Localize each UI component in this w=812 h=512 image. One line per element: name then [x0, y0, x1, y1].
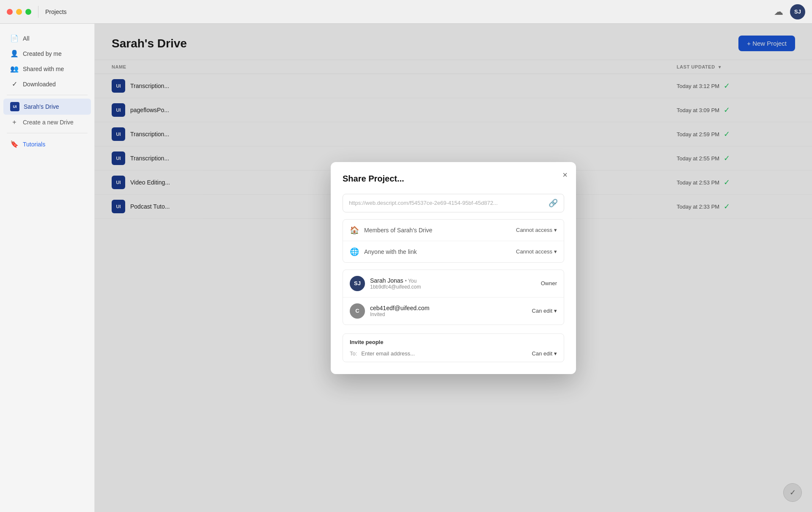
member-name-ceb: ceb41edf@uifeed.com [370, 305, 527, 311]
sidebar-item-created-by-me-label: Created by me [23, 50, 62, 57]
members-label: Members of Sarah's Drive [364, 227, 511, 234]
anyone-access-value: Cannot access [516, 248, 552, 255]
sidebar-divider-2 [7, 133, 88, 133]
titlebar-right: ☁ SJ [774, 4, 805, 19]
downloaded-icon: ✓ [10, 80, 19, 88]
close-button[interactable] [7, 9, 13, 15]
members-access-value: Cannot access [516, 227, 552, 233]
members-access-chevron: ▾ [554, 227, 557, 233]
member-email-sarah: 1bb9dfc4@uifeed.com [370, 284, 536, 290]
member-avatar-sarah: SJ [350, 276, 365, 291]
modal-title: Share Project... [343, 174, 564, 184]
anyone-label: Anyone with the link [364, 248, 511, 255]
modal-close-button[interactable]: × [562, 171, 568, 179]
sidebar-item-created-by-me[interactable]: 👤 Created by me [3, 46, 91, 61]
member-row-ceb: C ceb41edf@uifeed.com Invited Can edit ▾ [343, 297, 564, 325]
invite-section: Invite people To: Can edit ▾ [343, 333, 564, 362]
sidebar-item-tutorials-label: Tutorials [23, 141, 45, 148]
member-email-ceb: Invited [370, 311, 527, 317]
member-info-ceb: ceb41edf@uifeed.com Invited [370, 305, 527, 317]
copy-link-icon[interactable]: 🔗 [549, 198, 558, 208]
anyone-icon: 🌐 [350, 247, 359, 256]
create-drive-icon: + [10, 118, 19, 126]
access-section: 🏠 Members of Sarah's Drive Cannot access… [343, 219, 564, 263]
member-sub-sarah: • You [405, 278, 417, 284]
avatar[interactable]: SJ [790, 4, 805, 19]
invite-permission-chevron: ▾ [554, 350, 557, 357]
link-row: https://web.descript.com/f54537ce-2e69-4… [343, 194, 564, 212]
sidebar-item-sarahs-drive[interactable]: UI Sarah's Drive [3, 99, 91, 115]
maximize-button[interactable] [25, 9, 31, 15]
sidebar-divider [7, 95, 88, 95]
all-icon: 📄 [10, 34, 19, 42]
sidebar-item-drive-label: Sarah's Drive [24, 103, 59, 110]
sidebar-item-all-label: All [23, 35, 30, 42]
sidebar-item-all[interactable]: 📄 All [3, 31, 91, 46]
member-role-chevron-ceb: ▾ [554, 308, 557, 314]
sidebar-item-tutorials[interactable]: 🔖 Tutorials [3, 137, 91, 151]
drive-icon: UI [10, 102, 19, 111]
titlebar-divider [38, 6, 38, 18]
created-by-me-icon: 👤 [10, 50, 19, 58]
invite-permission-value: Can edit [532, 350, 552, 357]
invite-permission-dropdown[interactable]: Can edit ▾ [532, 350, 557, 357]
titlebar-title: Projects [45, 8, 67, 15]
member-role-sarah: Owner [541, 280, 557, 286]
member-row-sarah: SJ Sarah Jonas • You 1bb9dfc4@uifeed.com… [343, 270, 564, 297]
invite-email-input[interactable] [361, 350, 527, 357]
members-access-dropdown[interactable]: Cannot access ▾ [516, 227, 557, 233]
members-icon: 🏠 [350, 226, 359, 235]
sidebar-item-downloaded-label: Downloaded [23, 81, 56, 88]
titlebar: Projects ☁ SJ [0, 0, 812, 24]
member-name-sarah: Sarah Jonas [370, 277, 403, 284]
member-info-sarah: Sarah Jonas • You 1bb9dfc4@uifeed.com [370, 277, 536, 290]
invite-to-label: To: [350, 350, 357, 357]
member-avatar-ceb: C [350, 303, 365, 319]
invite-label: Invite people [343, 334, 564, 345]
cloud-icon[interactable]: ☁ [774, 6, 783, 17]
modal-overlay[interactable]: Share Project... × https://web.descript.… [95, 24, 812, 512]
tutorials-icon: 🔖 [10, 140, 19, 148]
sidebar-item-create-drive-label: Create a new Drive [23, 119, 74, 126]
sidebar-item-shared-with-me-label: Shared with me [23, 66, 64, 72]
member-role-dropdown-ceb[interactable]: Can edit ▾ [532, 308, 557, 314]
shared-with-me-icon: 👥 [10, 65, 19, 73]
invite-row: To: Can edit ▾ [343, 345, 564, 362]
sidebar-item-create-drive[interactable]: + Create a new Drive [3, 115, 91, 129]
main-layout: 📄 All 👤 Created by me 👥 Shared with me ✓… [0, 24, 812, 512]
sidebar-item-downloaded[interactable]: ✓ Downloaded [3, 77, 91, 91]
content-area: Sarah's Drive + New Project NAME LAST UP… [95, 24, 812, 512]
member-role-ceb: Can edit [532, 308, 552, 314]
anyone-access-dropdown[interactable]: Cannot access ▾ [516, 248, 557, 255]
minimize-button[interactable] [16, 9, 22, 15]
traffic-lights [7, 9, 31, 15]
link-url: https://web.descript.com/f54537ce-2e69-4… [349, 200, 544, 206]
access-row-anyone: 🌐 Anyone with the link Cannot access ▾ [343, 241, 564, 262]
members-section: SJ Sarah Jonas • You 1bb9dfc4@uifeed.com… [343, 270, 564, 325]
access-row-members: 🏠 Members of Sarah's Drive Cannot access… [343, 220, 564, 241]
share-modal: Share Project... × https://web.descript.… [331, 162, 576, 374]
sidebar-item-shared-with-me[interactable]: 👥 Shared with me [3, 61, 91, 76]
sidebar: 📄 All 👤 Created by me 👥 Shared with me ✓… [0, 24, 95, 512]
anyone-access-chevron: ▾ [554, 248, 557, 255]
